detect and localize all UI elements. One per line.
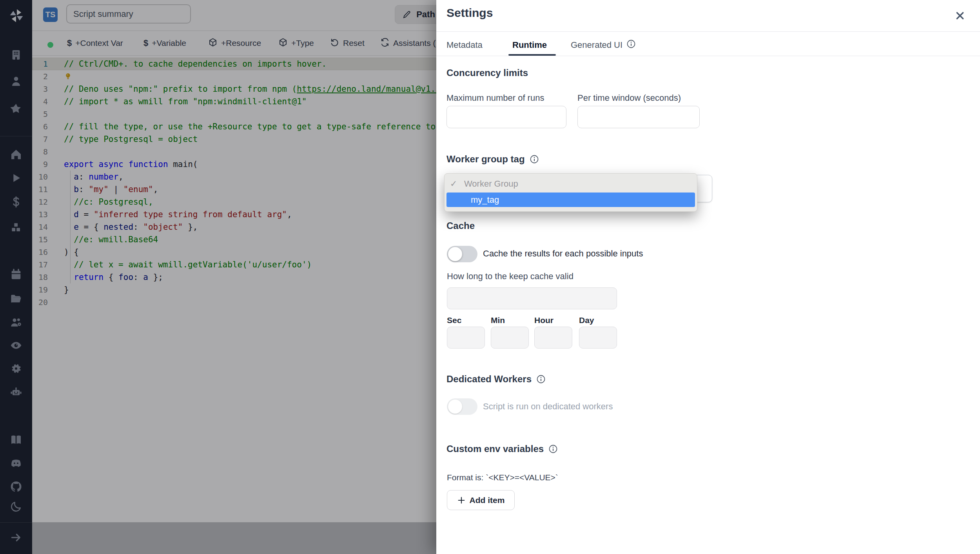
dropdown-option-my_tag[interactable]: my_tag [446, 193, 695, 207]
close-button[interactable] [953, 9, 967, 23]
tab-generated-ui[interactable]: Generated UI [571, 35, 636, 56]
concurrency-heading: Concurency limits [446, 67, 528, 78]
unit-label-sec: Sec [447, 316, 461, 325]
cache-min-input[interactable] [491, 327, 529, 349]
tab-label: Runtime [512, 40, 547, 50]
toggle-knob [448, 247, 462, 261]
add-item-label: Add item [470, 496, 505, 505]
dedicated-workers-toggle-label: Script is run on dedicated workers [483, 401, 613, 412]
tab-runtime[interactable]: Runtime [512, 35, 547, 56]
worker-group-dropdown: ✓Worker Groupmy_tag [444, 173, 697, 212]
dropdown-option-worker-group[interactable]: ✓Worker Group [445, 175, 697, 193]
drawer-backdrop[interactable] [0, 0, 436, 554]
custom-env-heading: Custom env variables [446, 443, 558, 454]
option-label: Worker Group [464, 179, 518, 189]
field-label: Per time window (seconds) [577, 93, 681, 103]
info-icon[interactable] [530, 154, 539, 164]
field-label: Maximum number of runs [446, 93, 544, 103]
info-icon[interactable] [548, 444, 558, 454]
cache-toggle-label: Cache the results for each possible inpu… [483, 249, 643, 259]
cache-toggle[interactable] [447, 246, 477, 262]
header-divider [436, 31, 980, 32]
cache-sec-input[interactable] [447, 327, 485, 349]
info-icon[interactable] [536, 374, 546, 384]
tabs-divider [436, 56, 980, 56]
app-window: TS Path $+Context Var$+Variable+Resource… [0, 0, 980, 554]
unit-label-hour: Hour [534, 316, 554, 325]
cache-heading: Cache [446, 220, 475, 231]
maximum-number-of-runs-input[interactable] [446, 106, 566, 128]
dedicated-workers-toggle[interactable] [447, 398, 477, 415]
option-label: my_tag [471, 195, 499, 205]
tab-metadata[interactable]: Metadata [446, 35, 483, 56]
unit-label-min: Min [491, 316, 505, 325]
tab-label: Metadata [446, 40, 483, 50]
cache-duration-input[interactable] [447, 287, 617, 309]
cache-day-input[interactable] [579, 327, 617, 349]
close-icon [955, 11, 965, 21]
panel-title: Settings [446, 6, 493, 20]
dedicated-workers-heading: Dedicated Workers [446, 374, 546, 385]
info-icon[interactable] [626, 39, 636, 51]
cache-duration-label: How long to the keep cache valid [447, 271, 573, 282]
settings-panel: Settings MetadataRuntimeGenerated UI Con… [436, 0, 980, 554]
checkmark-icon: ✓ [450, 179, 459, 189]
env-format-hint: Format is: `<KEY>=<VALUE>` [447, 473, 558, 482]
add-item-button[interactable]: Add item [447, 490, 515, 510]
tab-label: Generated UI [571, 40, 622, 50]
plus-icon [457, 496, 466, 505]
worker-group-heading: Worker group tag [446, 154, 539, 165]
per-time-window--seconds--input[interactable] [577, 106, 700, 128]
cache-hour-input[interactable] [534, 327, 572, 349]
toggle-knob [448, 400, 462, 414]
unit-label-day: Day [579, 316, 594, 325]
